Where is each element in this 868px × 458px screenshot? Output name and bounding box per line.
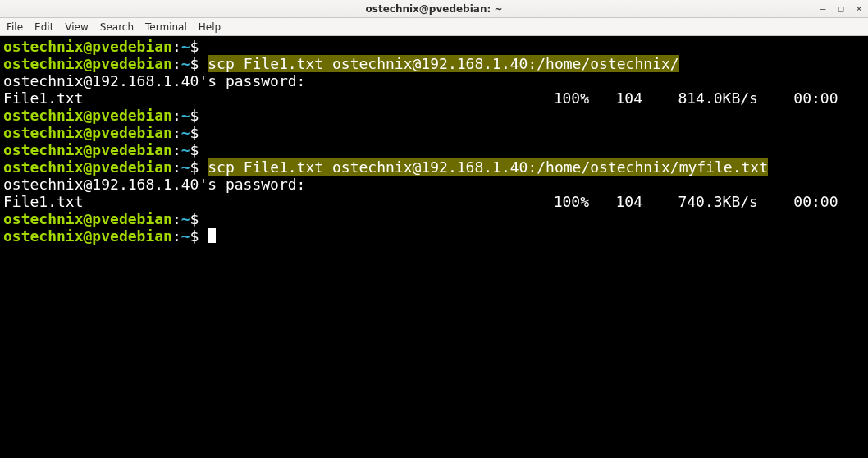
terminal-line: ostechnix@pvedebian:~$ bbox=[3, 227, 865, 245]
output-text: ostechnix@192.168.1.40's password: bbox=[3, 72, 305, 89]
progress-eta: 00:00 bbox=[793, 89, 838, 107]
window-buttons: – □ × bbox=[817, 0, 865, 17]
prompt-symbol: $ bbox=[190, 158, 199, 176]
prompt-path: ~ bbox=[181, 38, 190, 55]
prompt-user-host: ostechnix@pvedebian bbox=[3, 55, 172, 72]
terminal-line: ostechnix@pvedebian:~$ bbox=[3, 210, 865, 227]
prompt-colon: : bbox=[172, 210, 181, 227]
prompt-user-host: ostechnix@pvedebian bbox=[3, 38, 172, 55]
menu-help[interactable]: Help bbox=[199, 21, 221, 33]
progress-size: 104 bbox=[616, 89, 643, 107]
close-button[interactable]: × bbox=[853, 3, 865, 14]
prompt-path: ~ bbox=[181, 55, 190, 72]
maximize-button[interactable]: □ bbox=[835, 3, 847, 14]
prompt-path: ~ bbox=[181, 210, 190, 227]
command-text: scp File1.txt ostechnix@192.168.1.40:/ho… bbox=[208, 158, 768, 176]
terminal[interactable]: ostechnix@pvedebian:~$ ostechnix@pvedebi… bbox=[0, 36, 868, 458]
cursor bbox=[208, 228, 216, 243]
prompt-symbol: $ bbox=[190, 55, 199, 72]
titlebar: ostechnix@pvedebian: ~ – □ × bbox=[0, 0, 868, 18]
prompt-user-host: ostechnix@pvedebian bbox=[3, 107, 172, 124]
menu-file[interactable]: File bbox=[7, 21, 23, 33]
terminal-line: ostechnix@pvedebian:~$ scp File1.txt ost… bbox=[3, 55, 865, 72]
terminal-line: ostechnix@192.168.1.40's password: bbox=[3, 72, 865, 89]
prompt-symbol: $ bbox=[190, 124, 199, 141]
progress-file: File1.txt bbox=[3, 89, 84, 107]
prompt-symbol: $ bbox=[190, 107, 199, 124]
prompt-space bbox=[199, 158, 208, 176]
prompt-space bbox=[199, 210, 208, 227]
minimize-button[interactable]: – bbox=[817, 3, 829, 14]
terminal-line: ostechnix@pvedebian:~$ bbox=[3, 38, 865, 55]
prompt-path: ~ bbox=[181, 107, 190, 124]
prompt-path: ~ bbox=[181, 141, 190, 158]
prompt-space bbox=[199, 141, 208, 158]
prompt-path: ~ bbox=[181, 158, 190, 176]
prompt-user-host: ostechnix@pvedebian bbox=[3, 227, 172, 245]
prompt-colon: : bbox=[172, 158, 181, 176]
menubar: File Edit View Search Terminal Help bbox=[0, 18, 868, 36]
progress-speed: 740.3KB/s bbox=[678, 193, 758, 210]
progress-file: File1.txt bbox=[3, 193, 84, 210]
prompt-user-host: ostechnix@pvedebian bbox=[3, 158, 172, 176]
progress-pct: 100% bbox=[554, 89, 589, 107]
prompt-symbol: $ bbox=[190, 227, 199, 245]
menu-view[interactable]: View bbox=[65, 21, 88, 33]
progress-speed: 814.0KB/s bbox=[678, 89, 758, 107]
prompt-space bbox=[199, 124, 208, 141]
menu-edit[interactable]: Edit bbox=[34, 21, 53, 33]
menu-search[interactable]: Search bbox=[100, 21, 134, 33]
menu-terminal[interactable]: Terminal bbox=[145, 21, 187, 33]
terminal-line: ostechnix@192.168.1.40's password: bbox=[3, 176, 865, 193]
prompt-symbol: $ bbox=[190, 141, 199, 158]
terminal-line: File1.txt100% 104 740.3KB/s 00:00 bbox=[3, 193, 865, 210]
terminal-line: File1.txt100% 104 814.0KB/s 00:00 bbox=[3, 89, 865, 107]
progress-stats: 100% 104 814.0KB/s 00:00 bbox=[554, 89, 865, 107]
window-title: ostechnix@pvedebian: ~ bbox=[0, 3, 868, 15]
progress-eta: 00:00 bbox=[793, 193, 838, 210]
prompt-colon: : bbox=[172, 124, 181, 141]
prompt-user-host: ostechnix@pvedebian bbox=[3, 210, 172, 227]
progress-size: 104 bbox=[616, 193, 643, 210]
output-text: ostechnix@192.168.1.40's password: bbox=[3, 176, 305, 193]
command-text: scp File1.txt ostechnix@192.168.1.40:/ho… bbox=[208, 55, 678, 72]
prompt-symbol: $ bbox=[190, 38, 199, 55]
progress-stats: 100% 104 740.3KB/s 00:00 bbox=[554, 193, 865, 210]
prompt-colon: : bbox=[172, 55, 181, 72]
prompt-colon: : bbox=[172, 38, 181, 55]
prompt-space bbox=[199, 227, 208, 245]
prompt-path: ~ bbox=[181, 227, 190, 245]
prompt-colon: : bbox=[172, 107, 181, 124]
terminal-line: ostechnix@pvedebian:~$ bbox=[3, 124, 865, 141]
prompt-symbol: $ bbox=[190, 210, 199, 227]
prompt-path: ~ bbox=[181, 124, 190, 141]
prompt-user-host: ostechnix@pvedebian bbox=[3, 141, 172, 158]
prompt-space bbox=[199, 38, 208, 55]
prompt-space bbox=[199, 55, 208, 72]
progress-pct: 100% bbox=[554, 193, 589, 210]
terminal-line: ostechnix@pvedebian:~$ bbox=[3, 107, 865, 124]
prompt-colon: : bbox=[172, 141, 181, 158]
terminal-line: ostechnix@pvedebian:~$ bbox=[3, 141, 865, 158]
prompt-space bbox=[199, 107, 208, 124]
prompt-colon: : bbox=[172, 227, 181, 245]
prompt-user-host: ostechnix@pvedebian bbox=[3, 124, 172, 141]
terminal-line: ostechnix@pvedebian:~$ scp File1.txt ost… bbox=[3, 158, 865, 176]
